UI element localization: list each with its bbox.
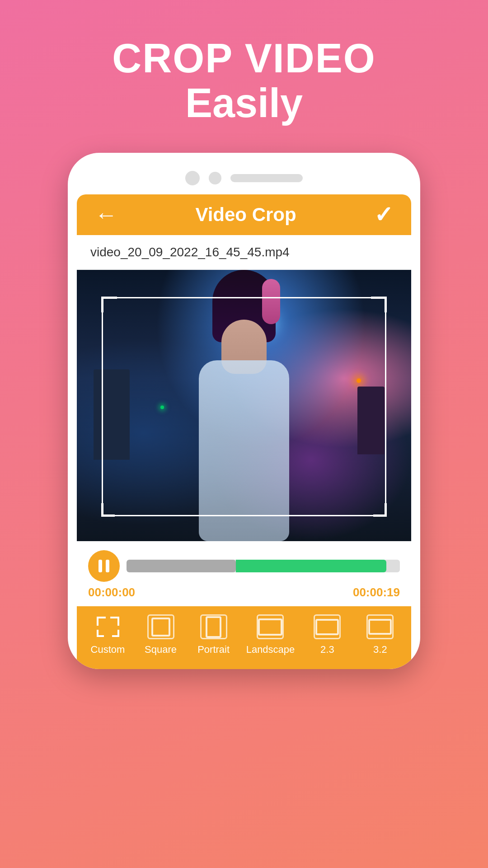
custom-icon [97, 617, 119, 637]
time-display-row: 00:00:00 00:00:19 [88, 582, 400, 602]
camera-dot2 [209, 172, 221, 184]
custom-label: Custom [91, 644, 125, 656]
timeline-arrow-right: › [399, 561, 400, 571]
page-title: Video Crop [195, 204, 296, 226]
phone-top-bar [77, 171, 411, 185]
timeline-area: ‹ › 00:00:00 00:00:19 [77, 541, 411, 606]
custom-corner-br [112, 630, 119, 637]
pause-bar-left [99, 560, 102, 572]
back-button[interactable]: ← [95, 202, 117, 228]
ratio23-icon-container [314, 614, 341, 639]
ratio32-label: 3.2 [373, 644, 387, 656]
video-frame [77, 270, 411, 541]
hero-line2: Easily [112, 81, 375, 126]
landscape-icon-container [257, 614, 284, 639]
timeline-played [127, 560, 236, 572]
landscape-label: Landscape [246, 644, 295, 656]
speaker-bar [230, 174, 303, 182]
app-header: ← Video Crop ✓ [77, 194, 411, 235]
square-icon [151, 618, 170, 637]
pause-icon [99, 560, 109, 572]
hero-section: CROP VIDEO Easily [112, 36, 375, 126]
timeline-active-range [236, 560, 386, 572]
ratio32-icon-container [366, 614, 394, 639]
crop-option-portrait[interactable]: Portrait [193, 614, 234, 656]
crop-option-custom[interactable]: Custom [88, 614, 128, 656]
portrait-icon [206, 616, 221, 638]
person-figure [172, 306, 316, 541]
ratio23-icon [315, 619, 339, 635]
square-label: Square [145, 644, 177, 656]
video-preview[interactable] [77, 270, 411, 541]
crop-option-landscape[interactable]: Landscape [246, 614, 295, 656]
building-left [94, 369, 130, 460]
portrait-label: Portrait [197, 644, 230, 656]
landscape-icon [258, 618, 282, 636]
city-light-green [160, 406, 164, 409]
timeline-row: ‹ › [88, 550, 400, 582]
hero-line1: CROP VIDEO [112, 36, 375, 81]
time-end: 00:00:19 [353, 585, 400, 599]
pause-bar-right [106, 560, 109, 572]
play-pause-button[interactable] [88, 550, 120, 582]
ratio32-icon [368, 619, 392, 635]
time-start: 00:00:00 [88, 585, 135, 599]
custom-icon-container [94, 614, 122, 639]
square-icon-container [147, 614, 174, 639]
portrait-icon-container [200, 614, 227, 639]
crop-option-ratio32[interactable]: 3.2 [360, 614, 400, 656]
phone-mockup: ← Video Crop ✓ video_20_09_2022_16_45_45… [68, 153, 420, 669]
crop-option-square[interactable]: Square [141, 614, 181, 656]
filename-bar: video_20_09_2022_16_45_45.mp4 [77, 235, 411, 270]
filename-text: video_20_09_2022_16_45_45.mp4 [90, 245, 290, 259]
crop-options-bar: Custom Square Portrait Landscape [77, 606, 411, 669]
city-light-orange [357, 378, 361, 383]
timeline-track[interactable]: ‹ › [127, 560, 400, 572]
crop-option-ratio23[interactable]: 2.3 [307, 614, 347, 656]
building-right [357, 387, 385, 454]
custom-corner-bl [97, 630, 104, 637]
confirm-button[interactable]: ✓ [374, 202, 393, 228]
ratio23-label: 2.3 [320, 644, 334, 656]
camera-dot [185, 171, 200, 185]
person-body [199, 360, 289, 541]
